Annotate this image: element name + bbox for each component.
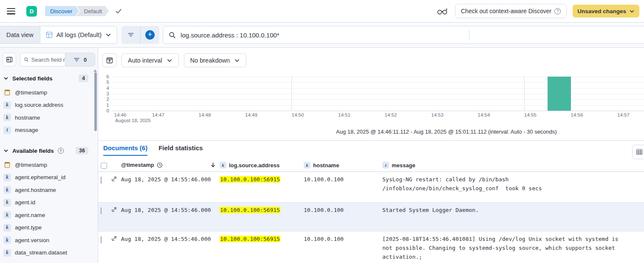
column-header-timestamp[interactable]: @timestamp: [121, 162, 163, 168]
app-avatar: D: [26, 6, 37, 17]
list-item[interactable]: k agent.name: [0, 210, 95, 220]
field-type-icon: k: [304, 162, 311, 169]
highlighted-match: 10.100.0.100:56915: [220, 236, 280, 242]
tab-field-statistics[interactable]: Field statistics: [158, 144, 203, 156]
cell-message: Started System Logger Daemon.: [382, 206, 631, 214]
unsaved-changes-button[interactable]: Unsaved changes: [573, 5, 639, 17]
row-checkbox[interactable]: [101, 176, 102, 185]
x-axis-label: 14:54: [478, 112, 490, 117]
add-filter-button[interactable]: [141, 26, 159, 44]
filter-controls: [121, 26, 159, 44]
available-fields-count: 36: [76, 147, 88, 154]
field-filter-button[interactable]: 0: [65, 53, 95, 66]
x-axis-label: 14:51: [338, 112, 350, 117]
checkbox-icon: [101, 207, 102, 214]
field-type-icon: k: [3, 114, 11, 121]
expand-document-button[interactable]: [111, 207, 117, 212]
list-item[interactable]: k agent.ephemeral_id: [0, 173, 95, 182]
filter-toggle-button[interactable]: [121, 26, 140, 44]
column-header-message[interactable]: t message: [382, 162, 415, 169]
column-header-source[interactable]: k log.source.address: [220, 162, 280, 169]
table-row: Aug 18, 2025 @ 14:55:46.000 10.100.0.100…: [98, 232, 644, 263]
unsaved-changes-label: Unsaved changes: [577, 8, 626, 14]
highlighted-match: 10.100.0.100:56915: [220, 207, 280, 213]
field-search-input[interactable]: [31, 57, 65, 63]
expand-icon: [111, 207, 117, 212]
cell-hostname: 10.100.0.100: [304, 175, 344, 184]
field-type-icon: k: [3, 249, 11, 257]
checkbox-icon: [101, 236, 102, 243]
table-header: @timestamp k log.source.address k hostna…: [98, 160, 644, 172]
list-item[interactable]: k log.source.address: [0, 100, 95, 110]
panel-collapse-icon: [6, 56, 13, 63]
y-axis-label: 4: [100, 85, 109, 91]
list-item[interactable]: t message: [0, 126, 95, 135]
chevron-down-icon[interactable]: [3, 76, 8, 81]
column-label: message: [392, 162, 415, 169]
field-label: message: [15, 127, 38, 133]
histogram-bar[interactable]: [548, 77, 571, 111]
expand-icon: [111, 236, 117, 241]
data-view-switcher: Data view All logs (Default): [0, 26, 117, 44]
list-item[interactable]: @timestamp: [0, 88, 95, 97]
list-item[interactable]: k data_stream.dataset: [0, 248, 95, 257]
list-item[interactable]: k agent.id: [0, 198, 95, 207]
y-axis-label: 5: [100, 79, 109, 85]
checkbox-icon: [101, 177, 102, 184]
cell-message: SysLog-NG restart: called by /bin/bash /…: [382, 175, 631, 193]
row-checkbox[interactable]: [101, 235, 102, 244]
table-row: Aug 18, 2025 @ 14:55:46.000 10.100.0.100…: [98, 172, 644, 203]
x-axis-label: 14:56: [571, 112, 583, 117]
row-checkbox[interactable]: [101, 206, 102, 215]
grid-settings-button[interactable]: [632, 145, 644, 159]
field-label: log.source.address: [15, 102, 63, 108]
table-body: Aug 18, 2025 @ 14:55:46.000 10.100.0.100…: [98, 172, 644, 263]
header-right-cluster: Check out context-aware Discover Unsaved…: [436, 4, 644, 18]
list-item[interactable]: k agent.hostname: [0, 185, 95, 194]
query-bar: Data view All logs (Default): [0, 23, 644, 48]
field-type-icon: k: [3, 211, 11, 219]
main-content: Auto interval No breakdown 6543210 14:46…: [98, 48, 644, 263]
y-axis-label: 3: [100, 91, 109, 97]
context-aware-button[interactable]: Check out context-aware Discover: [455, 4, 567, 18]
sidebar-scrollbar[interactable]: [94, 72, 97, 131]
x-axis-date-label: August 18, 2025: [115, 118, 151, 123]
x-axis-label: 14:46: [114, 112, 127, 117]
x-axis-label: 14:57: [617, 112, 630, 117]
field-search: 0: [20, 53, 95, 66]
field-type-icon: k: [3, 199, 11, 206]
select-all-checkbox[interactable]: [101, 163, 107, 169]
field-label: data_stream.dataset: [15, 249, 67, 256]
panel-separator: [98, 140, 644, 141]
help-icon: [554, 8, 561, 14]
collapse-sidebar-button[interactable]: [3, 53, 16, 66]
list-item[interactable]: k agent.type: [0, 223, 95, 232]
x-axis-label: 14:53: [431, 112, 443, 117]
expand-document-button[interactable]: [111, 176, 117, 182]
x-axis-label: 14:52: [385, 112, 397, 117]
sort-desc-icon[interactable]: [210, 162, 216, 168]
chevron-down-icon[interactable]: [3, 148, 8, 153]
list-item[interactable]: k hostname: [0, 113, 95, 122]
column-header-hostname[interactable]: k hostname: [304, 162, 339, 169]
breadcrumb-item-default[interactable]: Default: [76, 6, 109, 16]
field-label: agent.type: [15, 224, 42, 231]
menu-button[interactable]: [5, 6, 17, 16]
list-item[interactable]: @timestamp: [0, 160, 95, 169]
breadcrumb-item-discover[interactable]: Discover: [45, 6, 79, 16]
column-label: hostname: [313, 162, 339, 169]
table-icon: [636, 149, 643, 155]
scrollbar-up-arrow[interactable]: [93, 68, 97, 72]
field-label: agent.hostname: [15, 187, 56, 193]
list-item[interactable]: k agent.version: [0, 235, 95, 245]
data-view-button[interactable]: All logs (Default): [40, 26, 117, 43]
column-label: @timestamp: [121, 162, 154, 168]
expand-document-button[interactable]: [111, 236, 117, 241]
x-axis-label: 14:50: [292, 112, 304, 117]
tab-documents[interactable]: Documents (6): [103, 144, 147, 156]
query-input[interactable]: [181, 31, 641, 39]
table-row: Aug 18, 2025 @ 14:55:46.000 10.100.0.100…: [98, 203, 644, 232]
new-look-glasses-button[interactable]: [436, 6, 449, 16]
field-type-icon: k: [3, 186, 11, 194]
cell-message: [2025-08-18T14:55:46.401081] Using /dev/…: [382, 234, 631, 261]
